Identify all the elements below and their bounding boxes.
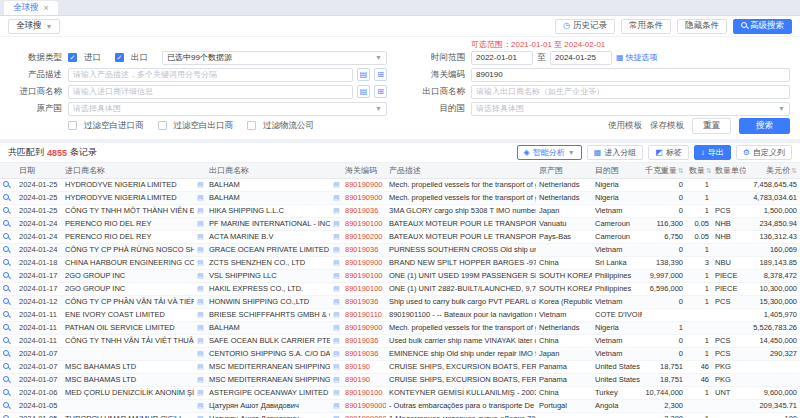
common-conditions-button[interactable]: 常用条件 bbox=[621, 19, 671, 34]
filter-blank-importer-checkbox[interactable] bbox=[68, 121, 77, 130]
cell-exporter[interactable]: HAKIL EXPRESS CO., LTD. bbox=[206, 282, 330, 295]
row-detail-magnifier-icon[interactable] bbox=[3, 179, 9, 191]
cell-exporter[interactable]: SAFE OCEAN BULK CARRIER PTE LTD bbox=[206, 334, 330, 347]
company-profile-icon[interactable]: ▤ bbox=[197, 285, 204, 292]
company-profile-icon[interactable]: ▤ bbox=[333, 311, 340, 318]
tag-button[interactable]: ◩ 标签 bbox=[648, 145, 689, 160]
row-detail-magnifier-icon[interactable] bbox=[3, 192, 9, 204]
company-profile-icon[interactable]: ▤ bbox=[333, 181, 340, 188]
table-row[interactable]: 2024-01-172GO GROUP INC▤VSL SHIPPING LLC… bbox=[0, 269, 800, 282]
tab-global-search[interactable]: 全球搜 × bbox=[4, 1, 58, 15]
row-detail-magnifier-icon[interactable] bbox=[3, 205, 9, 217]
company-profile-icon[interactable]: ▤ bbox=[197, 415, 204, 418]
cell-importer[interactable]: MSC BAHAMAS LTD bbox=[62, 360, 194, 373]
row-detail-magnifier-icon[interactable] bbox=[3, 270, 9, 282]
company-profile-icon[interactable]: ▤ bbox=[197, 324, 204, 331]
company-profile-icon[interactable]: ▤ bbox=[333, 220, 340, 227]
table-row[interactable]: 2024-01-25HYDRODYVE NIGERIA LIMITED▤BALH… bbox=[0, 178, 800, 191]
quick-options-link[interactable]: ▦ 快捷选项 bbox=[616, 52, 658, 63]
cell-importer[interactable]: CÔNG TY CP PHÀ RỪNG NOSCO SHIPYARD bbox=[62, 243, 194, 256]
data-source-select[interactable]: 已选中99个数据源 ▼ bbox=[162, 51, 387, 65]
date-to-input[interactable] bbox=[550, 51, 612, 65]
cell-exporter[interactable]: BALHAM bbox=[206, 178, 330, 191]
cell-importer[interactable]: MED ÇORLU DENİZCİLİK ANONİM ŞİRKETİ bbox=[62, 386, 194, 399]
company-profile-icon[interactable]: ▤ bbox=[333, 324, 340, 331]
close-icon[interactable]: × bbox=[44, 4, 49, 13]
importer-input[interactable] bbox=[68, 85, 353, 99]
row-detail-magnifier-icon[interactable] bbox=[3, 231, 9, 243]
row-detail-magnifier-icon[interactable] bbox=[3, 400, 9, 412]
table-row[interactable]: 2024-01-12CÔNG TY CP PHẦN VẬN TẢI VÀ TIẾ… bbox=[0, 295, 800, 308]
hide-conditions-button[interactable]: 隐藏条件 bbox=[677, 19, 727, 34]
company-profile-icon[interactable]: ▤ bbox=[197, 363, 204, 370]
cell-exporter[interactable]: HONWIN SHIPPING CO.,LTD bbox=[206, 295, 330, 308]
cell-importer[interactable]: ENE IVORY COAST LIMITED bbox=[62, 308, 194, 321]
cell-exporter[interactable]: Цатурян Ашот Давидович bbox=[206, 399, 330, 412]
table-row[interactable]: 2024-01-07MSC BAHAMAS LTD▤MSC MEDITERRAN… bbox=[0, 360, 800, 373]
export-checkbox[interactable]: ✓ bbox=[115, 53, 124, 62]
cell-importer[interactable]: TUROPOV UMAR MA'MUR O'G'LI bbox=[62, 412, 194, 418]
table-row[interactable]: 2024-01-18CHINA HARBOUR ENGINEERING CO L… bbox=[0, 256, 800, 269]
cell-exporter[interactable]: MSC MEDITERRANEAN SHIPPING CO... bbox=[206, 373, 330, 386]
cell-importer[interactable]: HYDRODYVE NIGERIA LIMITED bbox=[62, 191, 194, 204]
import-checkbox[interactable]: ✓ bbox=[68, 53, 77, 62]
company-profile-icon[interactable]: ▤ bbox=[333, 194, 340, 201]
company-profile-icon[interactable]: ▤ bbox=[333, 259, 340, 266]
company-profile-icon[interactable]: ▤ bbox=[197, 298, 204, 305]
table-row[interactable]: 2024-01-07MSC BAHAMAS LTD▤MSC MEDITERRAN… bbox=[0, 373, 800, 386]
company-profile-icon[interactable]: ▤ bbox=[333, 285, 340, 292]
table-row[interactable]: 2024-01-06MED ÇORLU DENİZCİLİK ANONİM Şİ… bbox=[0, 386, 800, 399]
export-button[interactable]: ↓ 导出 bbox=[694, 145, 731, 160]
row-detail-magnifier-icon[interactable] bbox=[3, 387, 9, 399]
origin-select[interactable]: 请选择具体国 ▼ bbox=[68, 102, 387, 116]
col-weight[interactable]: 千克重量⇅ bbox=[642, 163, 686, 178]
cell-importer[interactable]: CHINA HARBOUR ENGINEERING CO LTD bbox=[62, 256, 194, 269]
cell-exporter[interactable]: Цатурян Ашот Давидович bbox=[206, 412, 330, 418]
company-profile-icon[interactable]: ▤ bbox=[197, 389, 204, 396]
row-detail-magnifier-icon[interactable] bbox=[3, 322, 9, 334]
company-profile-icon[interactable]: ▤ bbox=[333, 350, 340, 357]
table-row[interactable]: 2024-01-05TUROPOV UMAR MA'MUR O'G'LI▤Цат… bbox=[0, 412, 800, 418]
cell-exporter[interactable]: HIKA SHIPPING L.L.C bbox=[206, 204, 330, 217]
table-row[interactable]: 2024-01-172GO GROUP INC▤HAKIL EXPRESS CO… bbox=[0, 282, 800, 295]
batch-add-icon[interactable]: ▤ bbox=[357, 85, 370, 98]
row-detail-magnifier-icon[interactable] bbox=[3, 283, 9, 295]
module-select[interactable]: 全球搜 ▼ bbox=[8, 19, 60, 34]
company-profile-icon[interactable]: ▤ bbox=[333, 207, 340, 214]
row-detail-magnifier-icon[interactable] bbox=[3, 361, 9, 373]
cell-exporter[interactable]: CENTORIO SHIPPING S.A. C/O DAISCHI CHU bbox=[206, 347, 330, 360]
use-template-button[interactable]: 使用模板 bbox=[608, 120, 642, 132]
table-row[interactable]: 2024-01-11ENE IVORY COAST LIMITED▤BRIESE… bbox=[0, 308, 800, 321]
company-profile-icon[interactable]: ▤ bbox=[197, 220, 204, 227]
col-qty[interactable]: 数量⇅ bbox=[686, 163, 712, 178]
table-row[interactable]: 2024-01-07▤CENTORIO SHIPPING S.A. C/O DA… bbox=[0, 347, 800, 360]
row-detail-magnifier-icon[interactable] bbox=[3, 374, 9, 386]
company-profile-icon[interactable]: ▤ bbox=[197, 337, 204, 344]
product-input[interactable] bbox=[68, 68, 353, 82]
search-button[interactable]: 搜索 bbox=[739, 118, 790, 134]
row-detail-magnifier-icon[interactable] bbox=[3, 244, 9, 256]
cell-importer[interactable]: HYDRODYVE NIGERIA LIMITED bbox=[62, 178, 194, 191]
cell-exporter[interactable]: VSL SHIPPING LLC bbox=[206, 269, 330, 282]
cell-importer[interactable]: CÔNG TY TNHH MỘT THÀNH VIÊN ĐÓNG TÀ bbox=[62, 204, 194, 217]
company-profile-icon[interactable]: ▤ bbox=[197, 272, 204, 279]
company-profile-icon[interactable]: ▤ bbox=[197, 350, 204, 357]
company-profile-icon[interactable]: ▤ bbox=[333, 363, 340, 370]
custom-columns-button[interactable]: ⚙ 自定义列 bbox=[736, 145, 792, 160]
table-row[interactable]: 2024-01-25HYDRODYVE NIGERIA LIMITED▤BALH… bbox=[0, 191, 800, 204]
expand-icon[interactable]: ⊞ bbox=[374, 68, 387, 81]
row-detail-magnifier-icon[interactable] bbox=[3, 309, 9, 321]
cell-exporter[interactable]: ZCTS SHENZHEN CO., LTD bbox=[206, 256, 330, 269]
table-row[interactable]: 2024-01-24CÔNG TY CP PHÀ RỪNG NOSCO SHIP… bbox=[0, 243, 800, 256]
table-row[interactable]: 2024-01-24PERENCO RIO DEL REY▤ACTA MARIN… bbox=[0, 230, 800, 243]
row-detail-magnifier-icon[interactable] bbox=[3, 348, 9, 360]
cell-exporter[interactable]: BRIESE SCHIFFFAHRTS GMBH & CO bbox=[206, 308, 330, 321]
history-button[interactable]: ◷ 历史记录 bbox=[555, 19, 615, 34]
row-detail-magnifier-icon[interactable] bbox=[3, 257, 9, 269]
cell-importer[interactable] bbox=[62, 347, 194, 360]
col-usd[interactable]: 美元价⇅ bbox=[746, 163, 800, 178]
exporter-input[interactable] bbox=[471, 85, 790, 99]
cell-exporter[interactable]: BALHAM bbox=[206, 321, 330, 334]
sort-icon[interactable]: ⇅ bbox=[791, 167, 797, 174]
sort-icon[interactable]: ⇅ bbox=[678, 167, 684, 174]
